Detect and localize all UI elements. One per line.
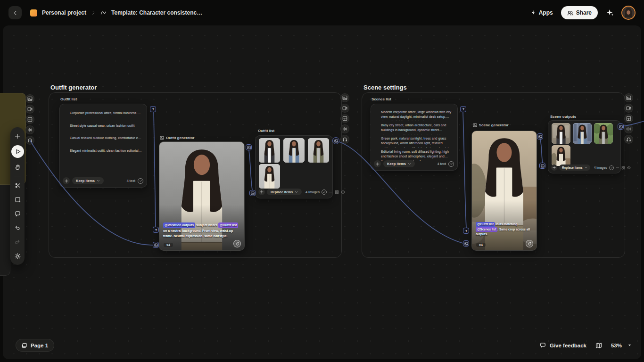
node-outfit-outputs[interactable]: Replace items 4 images <box>255 135 333 198</box>
outfit-outputs-input-port[interactable] <box>249 190 256 196</box>
layout-node-icon[interactable] <box>624 114 633 123</box>
status-badge[interactable] <box>448 161 454 167</box>
layout-node-icon[interactable] <box>340 114 349 123</box>
hand-tool[interactable] <box>12 162 23 172</box>
apps-button[interactable]: Apps <box>530 9 553 16</box>
image-node-icon[interactable] <box>25 94 34 103</box>
node-scene-generator[interactable]: @Outfit list in its matching @Scenes lis… <box>471 131 537 251</box>
add-item-button[interactable] <box>374 160 381 167</box>
video-node-icon[interactable] <box>25 105 34 114</box>
image-node-icon[interactable] <box>340 93 349 102</box>
video-node-icon[interactable] <box>340 104 349 113</box>
ai-assistant-button[interactable] <box>606 9 613 16</box>
status-badge[interactable] <box>322 189 327 195</box>
comment-tool[interactable] <box>12 208 23 219</box>
headphones-node-icon[interactable] <box>25 136 34 145</box>
output-thumbnail-outfit_2[interactable] <box>283 138 305 163</box>
output-thumbnails <box>259 138 330 189</box>
add-item-button[interactable] <box>258 189 265 195</box>
keep-items-dropdown[interactable]: Keep items <box>383 160 415 167</box>
prompt-ref-pill[interactable]: @Variation outputs <box>163 222 195 228</box>
prompt-ref-pill[interactable]: @Outfit list <box>218 222 238 228</box>
share-button[interactable]: Share <box>561 6 598 19</box>
outfit-generator-text-input-port[interactable]: T <box>153 227 159 233</box>
scene-outputs-output-port[interactable] <box>618 123 624 130</box>
list-item[interactable]: Street style casual wear, urban fashion … <box>66 122 142 131</box>
audio-node-icon[interactable] <box>624 124 633 133</box>
give-feedback-button[interactable]: Give feedback <box>540 342 586 348</box>
outfit-list-output-port[interactable]: T <box>150 106 156 112</box>
settings-button[interactable] <box>12 251 23 261</box>
preview-icon[interactable] <box>341 190 345 194</box>
audio-node-icon[interactable] <box>340 124 349 133</box>
node-outfit-generator[interactable]: @Variation outputs subject wears @Outfit… <box>159 141 245 251</box>
prompt-ref-pill[interactable]: @Outfit list <box>476 222 495 227</box>
prompt-overlay[interactable]: @Outfit list in its matching @Scenes lis… <box>476 222 533 237</box>
frame-tool[interactable] <box>12 194 23 205</box>
scene-generator-output-port[interactable] <box>537 133 543 140</box>
list-item[interactable]: Corporate professional attire, formal bu… <box>66 109 142 118</box>
grid-view-icon[interactable] <box>335 190 339 194</box>
node-scenes-list[interactable]: Modern corporate office, large windows w… <box>371 104 458 171</box>
prompt-ref-pill[interactable]: @Scenes list <box>476 227 497 232</box>
output-thumbnail-outfit_4[interactable] <box>259 164 280 189</box>
breadcrumb-template[interactable]: Template: Character consistenc… <box>111 9 202 16</box>
scene-outputs-input-port[interactable] <box>539 163 545 169</box>
dropdown-label: Keep items <box>387 162 406 166</box>
redo-button[interactable] <box>12 237 23 247</box>
output-thumbnail-scene_2[interactable] <box>573 123 592 144</box>
undo-button[interactable] <box>12 222 23 233</box>
scenes-list-output-port[interactable]: T <box>460 106 466 112</box>
select-tool[interactable] <box>11 145 24 158</box>
output-thumbnail-scene_4[interactable] <box>552 145 570 166</box>
group-title-scene-settings[interactable]: Scene settings <box>363 84 407 91</box>
status-badge[interactable] <box>609 165 614 170</box>
output-thumbnail-outfit_1[interactable] <box>259 138 280 163</box>
node-outfit-list[interactable]: Corporate professional attire, formal bu… <box>59 104 147 188</box>
add-item-button[interactable] <box>551 165 557 171</box>
list-item[interactable]: Elegant minimalist outfit, clean fashion… <box>66 147 142 156</box>
list-item[interactable]: Editorial living room, soft diffused lig… <box>377 148 453 161</box>
outfit-outputs-output-port[interactable] <box>332 137 339 144</box>
list-item[interactable]: Casual relaxed outdoor clothing, comfort… <box>66 134 142 143</box>
add-item-button[interactable] <box>63 177 70 184</box>
video-node-icon[interactable] <box>624 104 633 113</box>
add-node-tool[interactable] <box>12 131 23 141</box>
grid-view-icon[interactable] <box>621 166 625 170</box>
keep-items-dropdown[interactable]: Keep items <box>72 177 104 184</box>
regenerate-button[interactable] <box>526 240 533 247</box>
replace-items-dropdown[interactable]: Replace items <box>559 165 590 171</box>
list-item[interactable]: Busy city street, urban architecture, ca… <box>377 121 453 134</box>
group-title-outfit-generator[interactable]: Outfit generator <box>50 84 97 91</box>
audio-node-icon[interactable] <box>25 125 34 134</box>
image-node-icon[interactable] <box>624 93 633 102</box>
status-badge[interactable] <box>138 178 143 184</box>
scene-generator-text-input-port[interactable]: T <box>463 228 469 234</box>
layout-node-icon[interactable] <box>25 115 34 124</box>
headphones-node-icon[interactable] <box>340 135 349 144</box>
template-icon <box>100 10 107 16</box>
scene-generator-image-input-port[interactable] <box>463 240 469 247</box>
list-view-icon[interactable] <box>329 190 333 194</box>
headphones-node-icon[interactable] <box>624 135 633 144</box>
output-thumbnail-scene_3[interactable] <box>594 123 613 144</box>
node-scene-outputs[interactable]: Replace items 4 images <box>548 120 621 173</box>
preview-icon[interactable] <box>627 166 631 170</box>
replace-items-dropdown[interactable]: Replace items <box>267 189 302 195</box>
back-button[interactable] <box>8 6 22 19</box>
regenerate-button[interactable] <box>233 240 241 247</box>
list-view-icon[interactable] <box>616 166 619 170</box>
page-selector[interactable]: Page 1 <box>16 339 54 352</box>
cut-tool[interactable] <box>12 180 23 190</box>
list-item[interactable]: Modern corporate office, large windows w… <box>377 108 453 121</box>
outfit-generator-image-input-port[interactable] <box>153 242 159 248</box>
zoom-control[interactable]: 53% <box>611 343 632 348</box>
output-thumbnail-outfit_3[interactable] <box>308 138 329 163</box>
user-avatar[interactable] <box>621 6 636 20</box>
outfit-generator-output-port[interactable] <box>246 144 252 150</box>
breadcrumb-project[interactable]: Personal project <box>42 9 86 16</box>
output-thumbnail-scene_1[interactable] <box>552 123 570 144</box>
list-item[interactable]: Green park, natural sunlight, trees and … <box>377 134 453 148</box>
minimap-button[interactable] <box>595 342 602 349</box>
prompt-overlay[interactable]: @Variation outputs subject wears @Outfit… <box>163 222 241 239</box>
